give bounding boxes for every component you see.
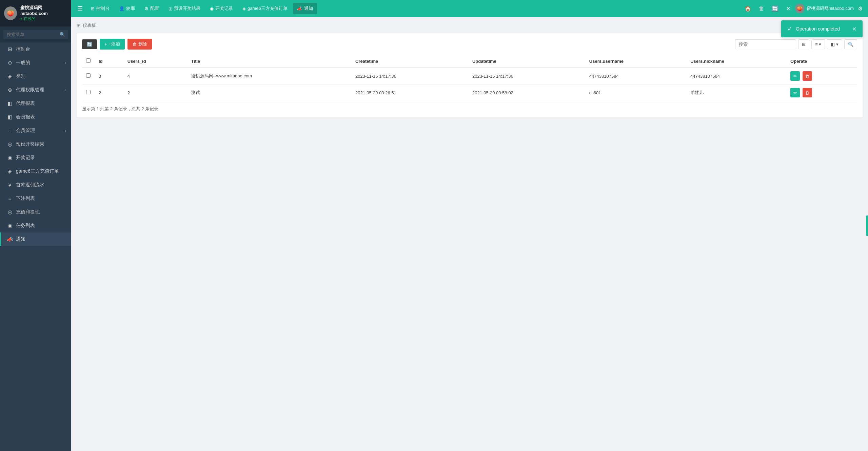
data-table: Id Users_id Title Createtime Updatetime … xyxy=(82,55,857,101)
chevron-icon: ‹ xyxy=(64,129,66,133)
col-operate: Operate xyxy=(786,55,857,68)
filter-button[interactable]: 🔍 xyxy=(844,39,857,49)
topnav-preset[interactable]: ◎ 预设开奖结果 xyxy=(164,3,204,14)
row-select-checkbox[interactable] xyxy=(86,90,91,94)
topnav-notify[interactable]: 📣 通知 xyxy=(293,3,317,14)
sidebar-item-member-report[interactable]: ◧ 会员报表 xyxy=(0,110,71,124)
sidebar-item-member-mgmt[interactable]: ≡ 会员管理 ‹ xyxy=(0,124,71,137)
topnav-game6-label: game6三方充值订单 xyxy=(248,5,288,12)
topnav-config-icon: ⚙ xyxy=(144,6,149,11)
settings-icon[interactable]: ⚙ xyxy=(856,3,865,14)
add-label: +添加 xyxy=(109,41,120,47)
topnav-game6-icon: ◈ xyxy=(242,6,246,11)
sidebar-item-label: 一般的 xyxy=(16,60,30,66)
cell-users-id: 4 xyxy=(123,68,187,84)
cell-title: 测试 xyxy=(187,84,351,101)
topnav-user[interactable]: 🍑 蜜桃源码网mitaobo.com xyxy=(795,4,854,13)
category-icon: ◈ xyxy=(6,73,13,79)
cell-createtime: 2023-11-15 14:17:36 xyxy=(351,68,468,84)
row-select-checkbox[interactable] xyxy=(86,73,91,78)
sidebar-item-label: 通知 xyxy=(16,236,25,242)
topnav: ☰ ⊞ 控制台 👤 轮廓 ⚙ 配置 ◎ 预设开奖结果 ◉ 开奖记录 ◈ game… xyxy=(71,0,868,17)
cell-updatetime: 2021-05-29 03:58:02 xyxy=(468,84,585,101)
general-icon: ⊙ xyxy=(6,60,13,66)
edit-button[interactable]: ✏ xyxy=(790,71,800,81)
hamburger-icon[interactable]: ☰ xyxy=(75,5,85,12)
trash-icon[interactable]: 🗑 xyxy=(756,3,767,14)
sidebar-item-label: 控制台 xyxy=(16,46,30,52)
sidebar-search-input[interactable] xyxy=(3,30,68,39)
cell-operate: ✏ 🗑 xyxy=(786,84,857,101)
member-mgmt-icon: ≡ xyxy=(6,128,13,134)
member-report-icon: ◧ xyxy=(6,114,13,120)
sidebar-item-notify[interactable]: 📣 通知 xyxy=(0,232,71,246)
main-container: ☰ ⊞ 控制台 👤 轮廓 ⚙ 配置 ◎ 预设开奖结果 ◉ 开奖记录 ◈ game… xyxy=(71,0,868,451)
search-icon[interactable]: 🔍 xyxy=(60,32,65,37)
sidebar-item-label: 任务列表 xyxy=(16,223,35,229)
close-icon[interactable]: ✕ xyxy=(783,3,793,14)
table-body: 3 4 蜜桃源码网--www.mitaobo.com 2023-11-15 14… xyxy=(82,68,857,101)
toolbar-right: ⊞ ≡ ▾ ◧ ▾ 🔍 xyxy=(735,39,857,49)
topnav-notify-label: 通知 xyxy=(304,5,313,12)
cell-createtime: 2021-05-29 03:26:51 xyxy=(351,84,468,101)
table-row: 2 2 测试 2021-05-29 03:26:51 2021-05-29 03… xyxy=(82,84,857,101)
delete-button[interactable]: 🗑 删除 xyxy=(127,39,152,50)
cell-id: 2 xyxy=(95,84,123,101)
sidebar-item-label: 会员管理 xyxy=(16,128,35,134)
select-all-checkbox[interactable] xyxy=(86,58,91,63)
topnav-game6[interactable]: ◈ game6三方充值订单 xyxy=(238,3,292,14)
sidebar-item-dashboard[interactable]: ⊞ 控制台 xyxy=(0,42,71,56)
delete-icon: 🗑 xyxy=(132,42,137,47)
search-input[interactable] xyxy=(735,39,796,49)
edit-button[interactable]: ✏ xyxy=(790,88,800,97)
row-delete-button[interactable]: 🗑 xyxy=(803,71,812,81)
cell-updatetime: 2023-11-15 14:17:36 xyxy=(468,68,585,84)
cell-operate: ✏ 🗑 xyxy=(786,68,857,84)
bet-list-icon: ≡ xyxy=(6,196,13,202)
content-area: ⊞ 仪表板 🔄 + +添加 🗑 删除 ⊞ ≡ ▾ ◧ xyxy=(71,17,868,451)
grid-view-button[interactable]: ⊞ xyxy=(798,39,809,49)
pagination-info: 显示第 1 到第 2 条记录，总共 2 条记录 xyxy=(82,106,857,112)
sidebar-item-agent-perms[interactable]: ⊛ 代理权限管理 ‹ xyxy=(0,83,71,97)
sidebar-item-recharge[interactable]: ◎ 充值和提现 xyxy=(0,205,71,219)
topnav-right: 🏠 🗑 🔄 ✕ 🍑 蜜桃源码网mitaobo.com ⚙ xyxy=(742,3,865,14)
sidebar-item-label: 开奖记录 xyxy=(16,155,35,161)
topnav-dashboard-label: 控制台 xyxy=(96,5,110,12)
sidebar-item-label: 会员报表 xyxy=(16,114,35,120)
topnav-config[interactable]: ⚙ 配置 xyxy=(140,3,163,14)
home-icon[interactable]: 🏠 xyxy=(742,3,754,14)
sidebar-item-agent-report[interactable]: ◧ 代理报表 xyxy=(0,97,71,110)
topnav-preset-label: 预设开奖结果 xyxy=(174,5,200,12)
topnav-profile-label: 轮廓 xyxy=(126,5,135,12)
sidebar-item-bet-list[interactable]: ≡ 下注列表 xyxy=(0,192,71,205)
topnav-lottery[interactable]: ◉ 开奖记录 xyxy=(206,3,237,14)
sidebar-item-label: 代理权限管理 xyxy=(16,87,44,93)
sidebar-item-label: 类别 xyxy=(16,73,25,79)
sidebar-item-game6-order[interactable]: ◈ game6三方充值订单 xyxy=(0,165,71,178)
preset-result-icon: ◎ xyxy=(6,141,13,147)
refresh-button[interactable]: 🔄 xyxy=(82,39,97,49)
add-button[interactable]: + +添加 xyxy=(100,39,125,50)
right-edge-bar xyxy=(866,215,868,236)
list-view-button[interactable]: ≡ ▾ xyxy=(811,39,825,49)
topnav-dashboard[interactable]: ⊞ 控制台 xyxy=(87,3,114,14)
sidebar-item-lottery-record[interactable]: ◉ 开奖记录 xyxy=(0,151,71,165)
sidebar-item-general[interactable]: ⊙ 一般的 ‹ xyxy=(0,56,71,70)
check-icon: ✓ xyxy=(787,25,792,33)
topnav-config-label: 配置 xyxy=(150,5,159,12)
sidebar-item-category[interactable]: ◈ 类别 xyxy=(0,70,71,83)
sidebar-item-task-list[interactable]: ◉ 任务列表 xyxy=(0,219,71,232)
add-icon: + xyxy=(104,42,107,47)
topnav-profile[interactable]: 👤 轮廓 xyxy=(115,3,139,14)
toast-close-button[interactable]: ✕ xyxy=(852,26,856,32)
columns-button[interactable]: ◧ ▾ xyxy=(827,39,842,49)
refresh-icon[interactable]: 🔄 xyxy=(769,3,781,14)
sidebar-username: 蜜桃源码网mitaobo.com xyxy=(20,5,67,16)
breadcrumb-icon: ⊞ xyxy=(77,23,81,28)
cell-title: 蜜桃源码网--www.mitaobo.com xyxy=(187,68,351,84)
sidebar-item-first-recharge[interactable]: ¥ 首冲返佣流水 xyxy=(0,178,71,192)
row-delete-button[interactable]: 🗑 xyxy=(803,88,812,97)
sidebar-nav: ⊞ 控制台 ⊙ 一般的 ‹ ◈ 类别 ⊛ 代理权限管理 ‹ ◧ 代理报表 ◧ 会… xyxy=(0,42,71,451)
sidebar-item-preset-result[interactable]: ◎ 预设开奖结果 xyxy=(0,137,71,151)
sidebar-item-label: 预设开奖结果 xyxy=(16,141,44,147)
